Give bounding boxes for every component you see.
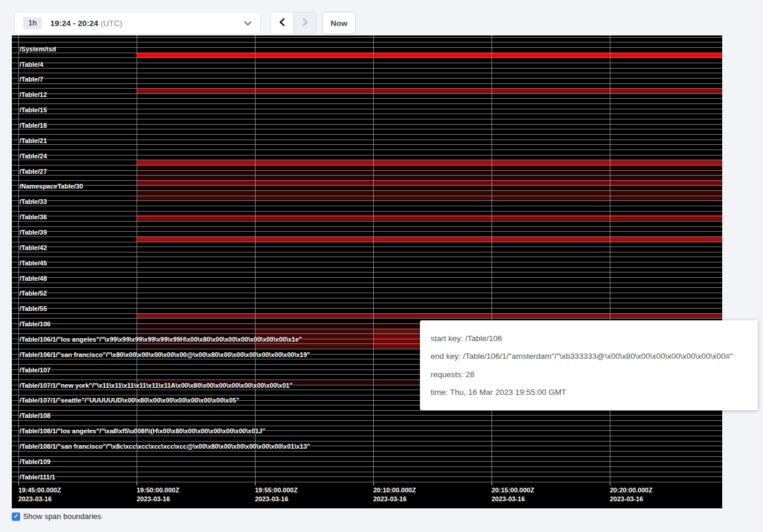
chevron-right-icon xyxy=(302,18,309,28)
x-axis: 19:45:00.000Z2023-03-1619:50:00.000Z2023… xyxy=(12,482,722,508)
x-axis-time: 20:15:00.000Z xyxy=(492,486,534,495)
tooltip-start-key: start key: /Table/106 xyxy=(431,334,747,343)
span-label: /Table/106 xyxy=(20,320,50,327)
span-boundary-line xyxy=(12,57,722,58)
span-boundary-line xyxy=(12,98,722,99)
span-boundary-line xyxy=(12,211,722,212)
chevron-down-icon xyxy=(244,21,252,26)
show-span-boundaries-checkbox[interactable]: ✓ xyxy=(12,512,20,521)
span-label: /Table/4 xyxy=(20,61,43,68)
x-axis-tick xyxy=(492,482,492,485)
span-label: /Table/15 xyxy=(20,106,47,113)
span-boundary-line xyxy=(12,206,722,206)
x-axis-label: 19:50:00.000Z2023-03-16 xyxy=(137,486,179,504)
span-label: /Table/108/1/"los angeles"/"\xa8\xf5\u00… xyxy=(20,427,266,434)
prev-range-button[interactable] xyxy=(271,12,293,34)
span-boundary-line xyxy=(12,73,722,73)
span-boundary-line xyxy=(12,47,722,48)
heat-band xyxy=(137,180,722,186)
span-boundary-line xyxy=(12,252,722,252)
x-axis-tick xyxy=(373,482,374,485)
span-boundary-line xyxy=(12,68,722,69)
tooltip-time: time: Thu, 16 Mar 2023 19:55:00 GMT xyxy=(431,388,747,397)
x-axis-time: 20:10:00.000Z xyxy=(373,486,416,495)
span-boundary-line xyxy=(12,134,722,135)
span-boundary-line xyxy=(12,180,722,181)
heat-band xyxy=(137,175,722,180)
x-axis-time: 20:20:00.000Z xyxy=(610,486,652,495)
span-boundary-line xyxy=(12,231,722,232)
x-axis-tick xyxy=(610,482,610,485)
span-boundary-line xyxy=(12,420,722,421)
span-boundary-line xyxy=(12,242,722,242)
show-span-boundaries-control[interactable]: ✓ Show span boundaries xyxy=(12,512,101,521)
x-axis-label: 19:55:00.000Z2023-03-16 xyxy=(255,486,298,504)
span-label: /NamespaceTable/30 xyxy=(20,183,83,190)
span-label: /Table/24 xyxy=(20,153,47,160)
span-label: /Table/36 xyxy=(20,213,47,220)
span-boundary-line xyxy=(12,129,722,129)
span-boundary-line xyxy=(12,308,722,309)
span-boundary-line xyxy=(12,456,722,457)
heat-band xyxy=(137,53,722,58)
span-boundary-line xyxy=(12,160,722,160)
time-range-selector[interactable]: 1h 19:24 - 20:24 (UTC) xyxy=(14,12,261,34)
span-boundary-line xyxy=(12,37,722,38)
span-boundary-line xyxy=(12,165,722,166)
span-label: /Table/107/1/"new york"/"\x11\x11\x11\x1… xyxy=(20,382,293,389)
span-boundary-line xyxy=(12,124,722,125)
span-boundary-line xyxy=(12,155,722,155)
x-axis-label: 19:45:00.000Z2023-03-16 xyxy=(18,486,61,504)
x-axis-date: 2023-03-16 xyxy=(255,495,298,504)
span-label: /Table/109 xyxy=(20,458,50,465)
duration-badge: 1h xyxy=(23,17,42,29)
span-boundary-line xyxy=(12,119,722,119)
span-boundary-line xyxy=(12,318,722,319)
span-boundary-line xyxy=(12,216,722,216)
span-label: /Table/7 xyxy=(20,76,43,83)
span-boundary-line xyxy=(12,287,722,288)
span-boundary-line xyxy=(12,42,722,43)
heat-band xyxy=(137,186,722,191)
span-boundary-line xyxy=(12,257,722,257)
x-axis-tick xyxy=(255,482,256,485)
span-boundary-line xyxy=(12,196,722,196)
span-label: /Table/111/1 xyxy=(20,473,55,481)
x-axis-date: 2023-03-16 xyxy=(610,495,652,504)
span-boundary-line xyxy=(12,415,722,416)
span-boundary-line xyxy=(12,466,722,467)
tooltip-end-key: end key: /Table/106/1/"amsterdam"/"\xb33… xyxy=(431,352,747,361)
timezone-text: (UTC) xyxy=(101,19,122,28)
span-boundary-line xyxy=(12,185,722,186)
span-label: /Table/42 xyxy=(20,244,47,251)
now-button[interactable]: Now xyxy=(322,12,355,34)
hover-tooltip: start key: /Table/106 end key: /Table/10… xyxy=(420,320,758,410)
span-label: /Table/12 xyxy=(20,91,47,98)
span-label: /Table/52 xyxy=(20,290,47,297)
x-axis-time: 19:45:00.000Z xyxy=(18,486,61,495)
time-nav-group xyxy=(270,12,316,34)
span-boundary-line xyxy=(12,190,722,191)
span-boundary-line xyxy=(12,236,722,237)
span-boundary-line xyxy=(12,277,722,278)
span-boundary-line xyxy=(12,78,722,79)
span-boundary-line xyxy=(12,298,722,299)
span-boundary-line xyxy=(12,451,722,452)
key-visualizer-canvas[interactable]: /System/tsd/Table/4/Table/7/Table/12/Tab… xyxy=(12,35,722,508)
span-boundary-line xyxy=(12,93,722,94)
heat-band xyxy=(137,236,722,242)
span-boundary-line xyxy=(12,313,722,314)
span-boundary-line xyxy=(12,262,722,262)
tooltip-requests: requests: 28 xyxy=(431,370,747,379)
span-label: /Table/21 xyxy=(20,137,47,144)
x-axis-date: 2023-03-16 xyxy=(373,495,416,504)
next-range-button[interactable] xyxy=(293,12,316,34)
span-label: /Table/48 xyxy=(20,275,47,282)
span-label: /Table/108 xyxy=(20,412,50,419)
span-boundary-line xyxy=(12,272,722,273)
span-label: /Table/107/1/"seattle"/"UUUUUUD\x00\x80\… xyxy=(20,397,240,404)
span-label: /Table/27 xyxy=(20,168,47,175)
span-label: /Table/106/1/"los angeles"/"\x99\x99\x99… xyxy=(20,336,302,343)
x-axis-label: 20:20:00.000Z2023-03-16 xyxy=(610,486,652,504)
heat-band xyxy=(137,160,722,166)
